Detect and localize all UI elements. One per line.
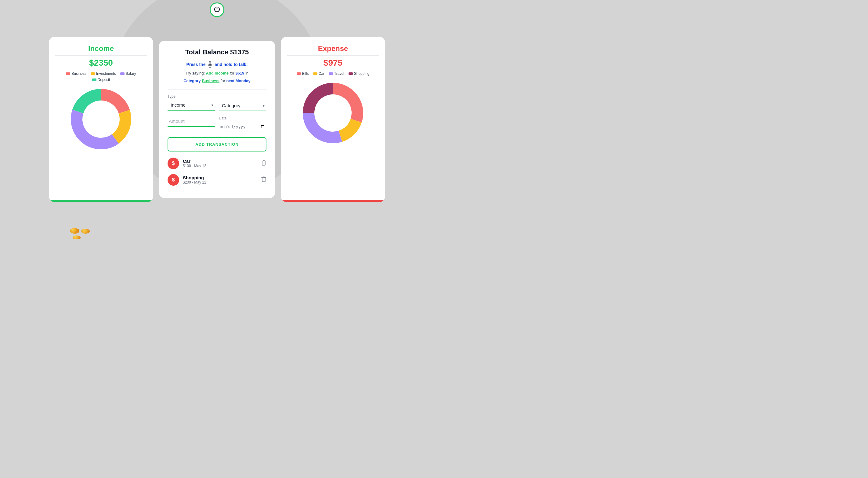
legend-label-shopping: Shopping (354, 71, 370, 76)
legend-label-investments: Investments (96, 71, 116, 76)
type-form-group: Type Income Expense (167, 94, 215, 111)
legend-item-shopping: Shopping (348, 71, 370, 76)
delete-transaction-car[interactable] (261, 159, 267, 167)
legend-dot-deposit (92, 79, 96, 81)
suggestion-for-next: for (221, 79, 226, 83)
legend-label-business: Business (71, 71, 86, 76)
transaction-name-shopping: Shopping (183, 175, 257, 180)
transaction-detail-car: $100 - May 12 (183, 164, 257, 168)
category-select[interactable]: Category Business Car Shopping (219, 100, 267, 111)
amount-input[interactable] (167, 116, 215, 127)
trash-icon-shopping (261, 176, 267, 182)
power-icon (213, 6, 221, 13)
suggestion-text: Try saying: Add Income for $619 in (167, 70, 267, 77)
legend-item-bills: Bills (297, 71, 309, 76)
svg-point-12 (320, 100, 346, 126)
total-balance: Total Balance $1375 (167, 48, 267, 56)
suggestion-text-2: Category Business for next Monday (167, 78, 267, 84)
transaction-icon-car: $ (167, 158, 179, 169)
amount-form-group (167, 116, 215, 132)
suggestion-business: Business (202, 79, 219, 83)
legend-item-investments: Investments (91, 71, 116, 76)
type-select-wrapper: Income Expense (167, 100, 215, 111)
expense-donut-svg (300, 80, 367, 147)
transaction-item-car: $ Car $100 - May 12 (167, 158, 267, 169)
voice-prompt-text-before: Press the (186, 62, 206, 67)
transaction-icon-shopping: $ (167, 174, 179, 186)
expense-card-title: Expense (287, 44, 379, 53)
income-bottom-bar (49, 200, 153, 202)
delete-transaction-shopping[interactable] (261, 176, 267, 184)
transaction-detail-shopping: $200 - May 12 (183, 180, 257, 184)
expense-card-divider (287, 55, 379, 56)
suggestion-category-label: Category (183, 79, 200, 83)
trash-icon-car (261, 159, 267, 166)
expense-amount: $975 (287, 58, 379, 68)
total-balance-amount: $1375 (230, 48, 249, 56)
expense-donut-chart (287, 80, 379, 147)
income-card: Income $2350 Business Investments Salary… (49, 37, 153, 202)
mic-icon (207, 61, 213, 68)
legend-dot-shopping (348, 72, 353, 75)
income-amount: $2350 (55, 58, 147, 68)
suggestion-income: Income (215, 71, 229, 76)
type-select[interactable]: Income Expense (167, 100, 215, 111)
legend-item-salary: Salary (120, 71, 136, 76)
legend-item-car: Car (313, 71, 324, 76)
power-button-container (210, 2, 224, 17)
svg-rect-5 (209, 62, 211, 65)
suggestion-amount: $619 (235, 71, 244, 76)
legend-dot-travel (329, 72, 333, 75)
category-form-group: Category Business Car Shopping (219, 94, 267, 111)
expense-bottom-bar (281, 200, 385, 202)
income-donut-chart (55, 86, 147, 153)
legend-dot-car (313, 72, 317, 75)
legend-label-car: Car (319, 71, 324, 76)
expense-legend: Bills Car Travel Shopping (287, 71, 379, 76)
suggestion-add: Add (206, 71, 214, 76)
date-input[interactable] (219, 122, 267, 132)
legend-dot-bills (297, 72, 301, 75)
power-button[interactable] (210, 2, 224, 17)
suggestion-for: for (230, 71, 236, 76)
form-row-1: Type Income Expense Category Business Ca… (167, 94, 267, 111)
date-label: Date (219, 116, 267, 120)
income-card-divider (55, 55, 147, 56)
transaction-name-car: Car (183, 158, 257, 164)
income-donut-svg (67, 86, 134, 153)
voice-prompt-text-after: and hold to talk: (215, 62, 248, 67)
expense-card: Expense $975 Bills Car Travel Shopping (281, 37, 385, 202)
legend-item-deposit: Deposit (92, 78, 110, 82)
legend-dot-business (66, 72, 70, 75)
date-form-group: Date (219, 116, 267, 132)
income-card-title: Income (55, 44, 147, 53)
legend-item-business: Business (66, 71, 86, 76)
total-balance-label: Total Balance (185, 48, 228, 56)
svg-point-4 (88, 106, 114, 132)
transaction-item-shopping: $ Shopping $200 - May 12 (167, 174, 267, 186)
legend-dot-investments (91, 72, 95, 75)
suggestion-in: in (245, 71, 248, 76)
suggestion-next-monday: next Monday (226, 79, 250, 83)
type-label: Type (167, 94, 215, 99)
main-card: Total Balance $1375 Press the and hold t… (159, 41, 275, 198)
legend-label-deposit: Deposit (98, 78, 110, 82)
legend-dot-salary (120, 72, 125, 75)
voice-prompt: Press the and hold to talk: (167, 61, 267, 68)
form-row-2: Date (167, 116, 267, 132)
transaction-info-car: Car $100 - May 12 (183, 158, 257, 168)
income-legend: Business Investments Salary Deposit (55, 71, 147, 82)
legend-label-travel: Travel (334, 71, 344, 76)
transaction-info-shopping: Shopping $200 - May 12 (183, 175, 257, 184)
legend-item-travel: Travel (329, 71, 344, 76)
legend-label-bills: Bills (302, 71, 309, 76)
add-transaction-button[interactable]: ADD TRANSACTION (167, 137, 267, 151)
category-select-wrapper: Category Business Car Shopping (219, 100, 267, 111)
cards-container: Income $2350 Business Investments Salary… (0, 0, 434, 239)
legend-label-salary: Salary (126, 71, 136, 76)
